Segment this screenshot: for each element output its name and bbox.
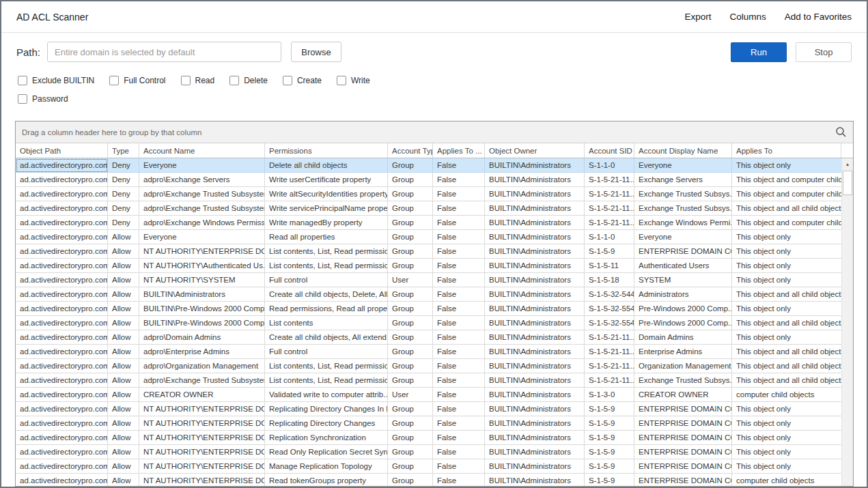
cell-object-owner: BUILTIN\Administrators [485, 259, 585, 273]
table-row[interactable]: ad.activedirectorypro.com Deny adpro\Exc… [16, 187, 841, 201]
cell-object-path: ad.activedirectorypro.com [16, 187, 108, 201]
results-grid: Drag a column header here to group by th… [15, 121, 854, 487]
cell-applies-to-flag: False [433, 474, 485, 487]
column-header-object-owner[interactable]: Object Owner [485, 143, 585, 158]
cell-applies-to: computer child objects [732, 388, 841, 402]
full-control-checkbox[interactable]: Full Control [109, 76, 165, 85]
app-title: AD ACL Scanner [16, 12, 88, 23]
cell-object-path: ad.activedirectorypro.com [16, 474, 108, 487]
table-row[interactable]: ad.activedirectorypro.com Allow adpro\Do… [16, 330, 841, 345]
stop-button[interactable]: Stop [796, 42, 852, 62]
cell-object-owner: BUILTIN\Administrators [485, 416, 585, 431]
cell-account-sid: S-1-5-9 [585, 402, 634, 416]
cell-type: Allow [108, 316, 139, 330]
table-row[interactable]: ad.activedirectorypro.com Allow NT AUTHO… [16, 459, 841, 474]
table-row[interactable]: ad.activedirectorypro.com Allow NT AUTHO… [16, 259, 841, 273]
table-row[interactable]: ad.activedirectorypro.com Allow adpro\Ex… [16, 373, 841, 388]
cell-applies-to: This object and computer child objects [732, 216, 841, 230]
header-filler [841, 143, 853, 158]
table-row[interactable]: ad.activedirectorypro.com Allow CREATOR … [16, 388, 841, 402]
table-row[interactable]: ad.activedirectorypro.com Deny adpro\Exc… [16, 216, 841, 230]
run-button[interactable]: Run [731, 42, 787, 62]
search-icon[interactable] [835, 126, 847, 139]
table-row[interactable]: ad.activedirectorypro.com Allow NT AUTHO… [16, 416, 841, 431]
cell-account-display-name: ENTERPRISE DOMAIN CO... [634, 459, 732, 474]
column-header-applies-to[interactable]: Applies To [732, 143, 841, 158]
column-header-account-name[interactable]: Account Name [139, 143, 265, 158]
password-checkbox[interactable]: Password [18, 94, 68, 104]
menu-export[interactable]: Export [684, 12, 711, 22]
cell-permissions: List contents, List, Read permissio... [265, 359, 388, 373]
scrollbar-thumb[interactable] [843, 171, 852, 195]
checkbox-label: Full Control [124, 76, 165, 85]
cell-account-sid: S-1-5-32-554 [585, 316, 634, 330]
table-row[interactable]: ad.activedirectorypro.com Allow BUILTIN\… [16, 302, 841, 316]
cell-type: Allow [108, 230, 139, 244]
checkbox-icon [283, 76, 292, 85]
cell-account-display-name: ENTERPRISE DOMAIN CO... [634, 445, 732, 459]
table-row[interactable]: ad.activedirectorypro.com Deny adpro\Exc… [16, 173, 841, 187]
column-header-applies-to-flag[interactable]: Applies To ... [433, 143, 485, 158]
cell-applies-to: This object and all child objects [732, 345, 841, 359]
cell-account-display-name: Exchange Trusted Subsys... [634, 187, 732, 201]
menu-add-to-favorites[interactable]: Add to Favorites [785, 12, 852, 22]
table-row[interactable]: ad.activedirectorypro.com Allow BUILTIN\… [16, 287, 841, 302]
table-row[interactable]: ad.activedirectorypro.com Allow BUILTIN\… [16, 316, 841, 330]
cell-type: Allow [108, 345, 139, 359]
table-row[interactable]: ad.activedirectorypro.com Allow NT AUTHO… [16, 402, 841, 416]
cell-account-display-name: Everyone [634, 158, 732, 173]
filter-row-1: Exclude BUILTIN Full Control Read Delete… [18, 76, 370, 85]
column-header-account-sid[interactable]: Account SID [585, 143, 634, 158]
write-checkbox[interactable]: Write [337, 76, 370, 85]
scroll-up-button[interactable]: ▲ [842, 158, 853, 170]
column-header-type[interactable]: Type [108, 143, 139, 158]
cell-object-path: ad.activedirectorypro.com [16, 459, 108, 474]
vertical-scrollbar[interactable]: ▲ [841, 158, 853, 486]
cell-account-name: NT AUTHORITY\ENTERPRISE DOM... [139, 402, 265, 416]
column-header-object-path[interactable]: Object Path [16, 143, 108, 158]
path-input[interactable] [47, 42, 281, 62]
cell-applies-to-flag: False [433, 416, 485, 431]
cell-object-owner: BUILTIN\Administrators [485, 388, 585, 402]
column-header-permissions[interactable]: Permissions [265, 143, 388, 158]
menu-columns[interactable]: Columns [729, 12, 766, 22]
cell-account-display-name: Pre-Windows 2000 Comp... [634, 316, 732, 330]
group-by-bar: Drag a column header here to group by th… [16, 121, 853, 143]
checkbox-icon [18, 76, 27, 85]
cell-type: Allow [108, 287, 139, 302]
cell-object-owner: BUILTIN\Administrators [485, 474, 585, 487]
cell-object-path: ad.activedirectorypro.com [16, 201, 108, 216]
cell-account-name: adpro\Organization Management [139, 359, 265, 373]
column-header-account-display-name[interactable]: Account Display Name [634, 143, 732, 158]
ad-acl-scanner-window: { "window": { "title": "AD ACL Scanner" … [0, 0, 868, 488]
cell-account-sid: S-1-5-21-11... [585, 345, 634, 359]
delete-checkbox[interactable]: Delete [229, 76, 268, 85]
create-checkbox[interactable]: Create [283, 76, 322, 85]
cell-applies-to: This object and computer child objects [732, 173, 841, 187]
cell-account-name: adpro\Domain Admins [139, 330, 265, 345]
table-row[interactable]: ad.activedirectorypro.com Allow NT AUTHO… [16, 474, 841, 487]
cell-account-sid: S-1-5-21-11... [585, 330, 634, 345]
cell-permissions: Create all child objects, All extend... [265, 330, 388, 345]
cell-account-name: NT AUTHORITY\ENTERPRISE DOM... [139, 416, 265, 431]
table-row[interactable]: ad.activedirectorypro.com Allow NT AUTHO… [16, 244, 841, 259]
cell-account-name: BUILTIN\Pre-Windows 2000 Comp... [139, 302, 265, 316]
table-row[interactable]: ad.activedirectorypro.com Allow adpro\Or… [16, 359, 841, 373]
cell-applies-to-flag: False [433, 459, 485, 474]
checkbox-icon [18, 94, 27, 104]
column-header-account-type[interactable]: Account Type [388, 143, 433, 158]
table-row[interactable]: ad.activedirectorypro.com Allow NT AUTHO… [16, 431, 841, 445]
table-row[interactable]: ad.activedirectorypro.com Allow NT AUTHO… [16, 445, 841, 459]
exclude-builtin-checkbox[interactable]: Exclude BUILTIN [18, 76, 94, 85]
cell-applies-to: This object only [732, 416, 841, 431]
read-checkbox[interactable]: Read [181, 76, 215, 85]
table-row[interactable]: ad.activedirectorypro.com Deny adpro\Exc… [16, 201, 841, 216]
table-row[interactable]: ad.activedirectorypro.com Allow Everyone… [16, 230, 841, 244]
table-row[interactable]: ad.activedirectorypro.com Allow NT AUTHO… [16, 273, 841, 287]
cell-type: Deny [108, 173, 139, 187]
cell-account-name: Everyone [139, 230, 265, 244]
browse-button[interactable]: Browse [291, 42, 341, 62]
table-row[interactable]: ad.activedirectorypro.com Allow adpro\En… [16, 345, 841, 359]
table-row[interactable]: ad.activedirectorypro.com Deny Everyone … [16, 158, 841, 173]
cell-permissions: Create all child objects, Delete, All... [265, 287, 388, 302]
